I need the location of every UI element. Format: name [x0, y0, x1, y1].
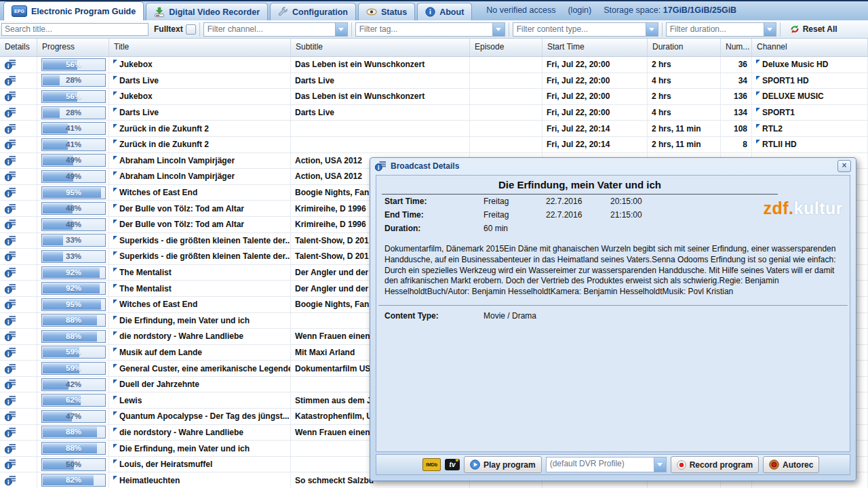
- details-icon[interactable]: [5, 395, 16, 406]
- details-icon[interactable]: [5, 203, 16, 214]
- login-link[interactable]: (login): [568, 5, 591, 15]
- dialog-title-bar[interactable]: Broadcast Details ×: [370, 158, 856, 174]
- details-icon[interactable]: [5, 107, 16, 118]
- reset-all-button[interactable]: Reset All: [790, 24, 837, 34]
- details-icon[interactable]: [5, 59, 16, 70]
- channel-flag-icon: [756, 92, 760, 96]
- column-header-duration[interactable]: Duration: [648, 39, 721, 56]
- tab-about[interactable]: About: [417, 3, 472, 20]
- column-header-episode[interactable]: Episode: [470, 39, 542, 56]
- filter-channel-dropdown[interactable]: Filter channel...: [203, 22, 348, 37]
- details-icon[interactable]: [5, 123, 16, 134]
- chevron-down-icon[interactable]: [335, 23, 347, 36]
- details-icon[interactable]: [5, 235, 16, 246]
- duration-value: 60 min: [484, 223, 546, 234]
- progress-bar: 50%: [41, 458, 106, 471]
- column-header-start-time[interactable]: Start Time: [542, 39, 648, 56]
- chevron-down-icon[interactable]: [646, 23, 658, 36]
- details-icon[interactable]: [5, 299, 16, 310]
- details-icon[interactable]: [5, 187, 16, 198]
- program-start-time: Fri, Jul 22, 20:14: [542, 137, 648, 152]
- record-program-button[interactable]: Record program: [671, 456, 759, 473]
- details-icon[interactable]: [5, 459, 16, 470]
- dvr-profile-dropdown[interactable]: (default DVR Profile): [546, 457, 667, 472]
- flag-icon: [113, 396, 117, 400]
- details-icon[interactable]: [5, 363, 16, 374]
- program-duration: 2 hrs: [648, 89, 721, 104]
- program-title: Zurück in die Zukunft 2: [119, 124, 209, 134]
- tab-status[interactable]: Status: [358, 3, 415, 20]
- tab-digital-video-recorder[interactable]: Digital Video Recorder: [146, 3, 268, 20]
- autorec-button[interactable]: Autorec: [763, 456, 819, 473]
- search-title-input[interactable]: [1, 23, 149, 36]
- table-row[interactable]: 41% Zurück in die Zukunft 2 Fri, Jul 22,…: [0, 121, 868, 137]
- details-icon[interactable]: [5, 283, 16, 294]
- details-icon[interactable]: [5, 475, 16, 486]
- tv-icon[interactable]: tv★: [445, 459, 460, 470]
- progress-value: 49%: [42, 155, 105, 166]
- details-icon[interactable]: [5, 219, 16, 230]
- play-program-button[interactable]: Play program: [464, 456, 542, 473]
- program-start-time: Fri, Jul 22, 20:00: [542, 57, 648, 73]
- column-header-channel[interactable]: Channel: [752, 39, 868, 56]
- column-header-details[interactable]: Details: [0, 39, 37, 56]
- program-title: The Mentalist: [119, 284, 172, 293]
- column-header-title[interactable]: Title: [109, 39, 291, 56]
- program-duration: 2 hrs, 11 min: [648, 137, 721, 152]
- chevron-down-icon[interactable]: [654, 458, 666, 472]
- filter-duration-dropdown[interactable]: Filter duration...: [666, 22, 776, 37]
- details-icon[interactable]: [5, 347, 16, 358]
- column-header-num[interactable]: Num...: [721, 39, 752, 56]
- table-row[interactable]: 28% Darts Live Darts Live Fri, Jul 22, 2…: [0, 73, 868, 89]
- progress-bar: 62%: [41, 394, 106, 407]
- details-icon[interactable]: [5, 331, 16, 342]
- program-title: Darts Live: [119, 76, 159, 85]
- progress-bar: 88%: [41, 426, 106, 439]
- program-number: 8: [721, 137, 752, 152]
- progress-value: 92%: [42, 267, 105, 279]
- details-icon[interactable]: [5, 75, 16, 86]
- chevron-down-icon[interactable]: [492, 23, 505, 36]
- details-icon[interactable]: [5, 379, 16, 390]
- program-description: Dokumentarfilm, Dänemark 2015Ein Däne mi…: [384, 244, 840, 298]
- details-icon[interactable]: [5, 427, 16, 438]
- progress-value: 41%: [42, 139, 105, 150]
- star-icon: ★: [455, 458, 459, 463]
- autorec-label: Autorec: [783, 460, 813, 470]
- chevron-down-icon[interactable]: [764, 23, 776, 36]
- tab-configuration[interactable]: Configuration: [270, 3, 356, 20]
- imdb-icon[interactable]: IMDb: [422, 458, 441, 471]
- program-title: Duell der Jahrzehnte: [119, 380, 199, 389]
- table-row[interactable]: 28% Darts Live Darts Live Fri, Jul 22, 2…: [0, 105, 868, 121]
- table-row[interactable]: 56% Jukebox Das Leben ist ein Wunschkonz…: [0, 89, 868, 105]
- details-icon[interactable]: [5, 267, 16, 278]
- details-icon[interactable]: [5, 443, 16, 454]
- column-header-progress[interactable]: Progress: [37, 39, 109, 56]
- eye-icon: [366, 8, 377, 16]
- tab-electronic-program-guide[interactable]: EPG Electronic Program Guide: [3, 1, 144, 20]
- filter-tag-dropdown[interactable]: Filter tag...: [355, 22, 505, 37]
- progress-bar: 49%: [41, 170, 106, 183]
- details-icon[interactable]: [5, 411, 16, 422]
- progress-value: 56%: [42, 59, 105, 70]
- info-icon: [425, 7, 435, 17]
- fulltext-checkbox[interactable]: [186, 24, 196, 35]
- details-icon[interactable]: [5, 315, 16, 326]
- details-icon[interactable]: [5, 91, 16, 102]
- table-row[interactable]: 56% Jukebox Das Leben ist ein Wunschkonz…: [0, 57, 868, 73]
- flag-icon: [113, 460, 117, 464]
- details-icon[interactable]: [5, 251, 16, 262]
- close-icon[interactable]: ×: [837, 160, 851, 172]
- details-icon[interactable]: [5, 139, 16, 150]
- flag-icon: [113, 476, 117, 480]
- program-title: Die Erfindung, mein Vater und ich: [119, 316, 250, 325]
- progress-value: 62%: [42, 394, 105, 406]
- filter-content-type-dropdown[interactable]: Filter content type...: [513, 22, 658, 37]
- column-header-subtitle[interactable]: Subtitle: [291, 39, 470, 56]
- details-icon[interactable]: [5, 171, 16, 182]
- table-row[interactable]: 41% Zurück in die Zukunft 2 Fri, Jul 22,…: [0, 137, 868, 153]
- progress-value: 88%: [42, 426, 105, 438]
- progress-bar: 47%: [41, 410, 106, 423]
- program-start-time: Fri, Jul 22, 20:00: [542, 105, 648, 121]
- details-icon[interactable]: [5, 155, 16, 166]
